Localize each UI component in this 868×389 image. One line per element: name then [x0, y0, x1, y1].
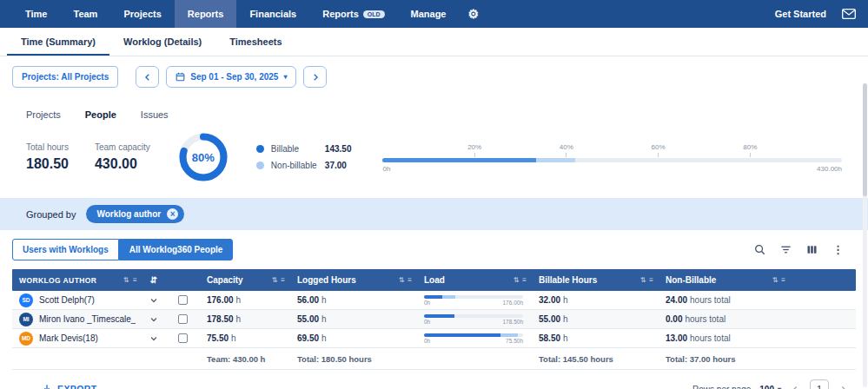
total-hours-label: Total hours — [26, 142, 69, 152]
search-icon[interactable] — [754, 244, 765, 255]
chevron-down-icon: ▾ — [283, 73, 287, 81]
next-period-button[interactable] — [303, 66, 327, 88]
column-header-load[interactable]: Load ⇅≡ — [417, 275, 532, 285]
column-header-worklog-author[interactable]: WORKLOG AUTHOR ⇅≡ — [12, 276, 142, 285]
column-menu-icon[interactable]: ≡ — [522, 276, 527, 284]
nav-financials[interactable]: Financials — [236, 0, 309, 28]
table-row-scott-delph[interactable]: SD Scott Delph(7) 176.00h 56.00h 0h176.0… — [12, 291, 856, 310]
tick-line — [474, 153, 475, 157]
export-button[interactable]: EXPORT — [42, 384, 97, 389]
tab-issues[interactable]: Issues — [141, 109, 169, 120]
column-header-capacity[interactable]: Capacity ⇅≡ — [200, 275, 290, 285]
expand-row-icon[interactable] — [142, 291, 165, 309]
nav-manage[interactable]: Manage — [398, 0, 460, 28]
remove-grouping-icon[interactable]: × — [167, 208, 178, 220]
column-header-non-billable[interactable]: Non-Billable ⇅≡ — [659, 275, 791, 285]
scale-tick: 80% — [743, 143, 757, 157]
hours-legend: Billable 143.50 Non-billable 37.00 — [256, 144, 352, 170]
scrollbar-thumb[interactable] — [863, 83, 867, 196]
date-range-picker[interactable]: Sep 01 - Sep 30, 2025 ▾ — [166, 66, 296, 88]
author-name[interactable]: Mark Devis(18) — [39, 333, 98, 343]
column-menu-icon[interactable]: ≡ — [133, 276, 137, 284]
nav-time[interactable]: Time — [12, 0, 60, 28]
column-header-logged-hours[interactable]: Logged Hours ⇅≡ — [290, 275, 417, 285]
top-navigation-bar: Time Team Projects Reports Financials Re… — [0, 0, 868, 28]
row-checkbox[interactable] — [178, 333, 188, 343]
column-menu-icon[interactable]: ≡ — [407, 276, 412, 284]
capacity-progress-bar — [382, 158, 842, 162]
table-row-miron-ivano[interactable]: MI Miron Ivano _Timescale_(8) 178.50h 55… — [12, 310, 856, 329]
row-checkbox[interactable] — [178, 295, 188, 305]
sort-icon[interactable]: ⇅ — [399, 276, 405, 284]
nav-projects[interactable]: Projects — [110, 0, 174, 28]
scrollbar[interactable] — [863, 83, 867, 387]
billable-label: Billable — [271, 144, 325, 154]
author-name[interactable]: Scott Delph(7) — [39, 295, 95, 305]
non-billable-cell: 13.00hours total — [659, 329, 791, 347]
tick-label: 60% — [652, 143, 666, 151]
capacity-cell: 178.50h — [200, 310, 290, 328]
scale-end-label: 430.00h — [817, 165, 842, 173]
table-row-mark-devis[interactable]: MD Mark Devis(18) 75.50h 69.50h 0h75.50h… — [12, 329, 856, 348]
sort-icon[interactable]: ⇅ — [514, 276, 520, 284]
nav-team[interactable]: Team — [60, 0, 110, 28]
capacity-scale-bar: 20% 40% 60% 80% 0h 430.00h — [382, 142, 842, 173]
filter-bar: Projects: All Projects Sep 01 - Sep 30, … — [0, 56, 868, 97]
rows-per-page-select[interactable]: 100 ▾ — [759, 385, 781, 389]
sort-icon[interactable]: ⇅ — [772, 276, 779, 284]
sort-icon[interactable]: ⇅ — [272, 276, 278, 284]
grouped-by-label: Grouped by — [26, 209, 76, 220]
column-header-billable-hours[interactable]: Billable Hours ⇅≡ — [532, 275, 659, 285]
header-label: Capacity — [207, 275, 243, 285]
expand-row-icon[interactable] — [142, 310, 165, 328]
non-billable-dot-icon — [256, 162, 264, 169]
scale-end-labels: 0h 430.00h — [382, 165, 842, 173]
row-checkbox[interactable] — [178, 314, 188, 324]
users-with-worklogs-button[interactable]: Users with Worklogs — [12, 239, 119, 260]
prev-period-button[interactable] — [136, 66, 159, 88]
nav-reports-old[interactable]: Reports OLD — [309, 0, 397, 28]
people-filter-buttons: Users with Worklogs All Worklog360 Peopl… — [12, 239, 233, 260]
billable-hours-total: Total: 145.50 hours — [532, 354, 659, 364]
sort-icon[interactable]: ⇅ — [640, 276, 646, 284]
grouped-by-bar: Grouped by Worklog author × — [0, 198, 868, 230]
rows-per-page-value: 100 — [759, 385, 774, 389]
column-menu-icon[interactable]: ≡ — [649, 276, 653, 284]
chevron-down-icon: ▾ — [778, 386, 781, 389]
expand-all-icon[interactable]: ⇵ — [142, 275, 165, 285]
date-range-label: Sep 01 - Sep 30, 2025 — [190, 72, 278, 82]
tab-worklog-details[interactable]: Worklog (Details) — [109, 28, 215, 56]
settings-gear-icon[interactable]: ⚙ — [460, 0, 488, 28]
filter-icon[interactable] — [780, 244, 792, 255]
avatar: SD — [19, 293, 33, 307]
page-number-button[interactable]: 1 — [810, 379, 829, 389]
tab-timesheets[interactable]: Timesheets — [215, 28, 295, 56]
tab-time-summary[interactable]: Time (Summary) — [7, 28, 109, 56]
all-worklog360-people-button[interactable]: All Worklog360 People — [119, 239, 234, 260]
header-label: Logged Hours — [297, 275, 356, 285]
author-name[interactable]: Miron Ivano _Timescale_(8) — [39, 314, 136, 324]
more-options-icon[interactable]: ⋮ — [832, 243, 844, 256]
prev-page-button[interactable] — [790, 383, 801, 389]
next-page-button[interactable] — [838, 383, 849, 389]
row-filler — [791, 329, 856, 347]
mail-icon[interactable] — [842, 9, 856, 19]
column-menu-icon[interactable]: ≡ — [281, 276, 285, 284]
projects-filter-chip[interactable]: Projects: All Projects — [12, 66, 118, 88]
get-started-link[interactable]: Get Started — [775, 9, 826, 19]
load-start-label: 0h — [424, 319, 430, 325]
expand-row-icon[interactable] — [142, 329, 165, 347]
load-end-label: 75.50h — [506, 338, 523, 344]
load-end-label: 176.00h — [503, 300, 524, 306]
scale-tick: 20% — [467, 143, 481, 157]
sort-icon[interactable]: ⇅ — [123, 276, 129, 284]
tab-projects[interactable]: Projects — [26, 109, 61, 120]
columns-icon[interactable] — [806, 244, 818, 255]
grouped-by-chip[interactable]: Worklog author × — [86, 205, 184, 223]
row-filler — [791, 291, 856, 309]
tab-people[interactable]: People — [85, 109, 116, 120]
non-billable-cell: 0.00hours total — [659, 310, 791, 328]
billable-hours-cell: 58.50h — [532, 329, 659, 347]
nav-reports[interactable]: Reports — [175, 0, 237, 28]
column-menu-icon[interactable]: ≡ — [781, 276, 785, 284]
